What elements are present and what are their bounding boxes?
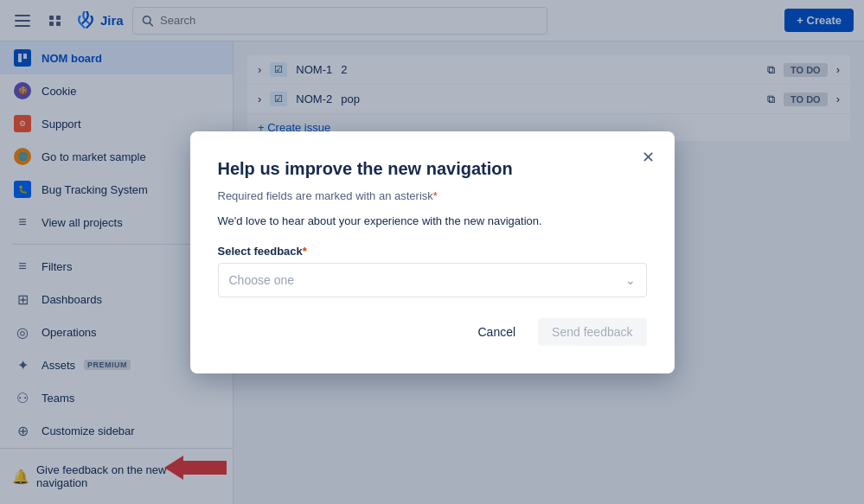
select-placeholder: Choose one <box>229 273 295 287</box>
feedback-modal: ✕ Help us improve the new navigation Req… <box>190 131 675 373</box>
send-feedback-button[interactable]: Send feedback <box>538 318 646 346</box>
modal-footer: Cancel Send feedback <box>218 318 647 346</box>
cancel-button[interactable]: Cancel <box>464 318 530 346</box>
modal-required-text: Required fields are marked with an aster… <box>218 189 647 202</box>
modal-title: Help us improve the new navigation <box>218 159 647 179</box>
feedback-select[interactable]: Choose one ⌄ <box>218 263 647 297</box>
modal-select-label: Select feedback* <box>218 245 647 258</box>
chevron-down-icon: ⌄ <box>625 273 636 287</box>
modal-description: We'd love to hear about your experience … <box>218 214 647 227</box>
modal-overlay[interactable]: ✕ Help us improve the new navigation Req… <box>0 0 864 504</box>
modal-close-button[interactable]: ✕ <box>637 145 661 169</box>
